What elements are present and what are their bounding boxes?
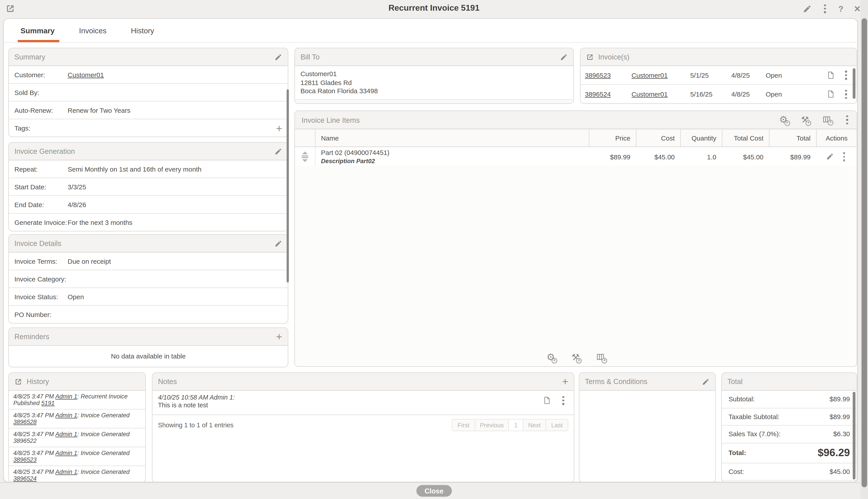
pagination-page-button[interactable]: 1 [509, 419, 523, 431]
add-column-icon[interactable] [822, 115, 831, 124]
kebab-menu-icon[interactable] [561, 395, 566, 406]
billing-address-line: Customer01 [301, 70, 568, 78]
tab-invoices[interactable]: Invoices [78, 19, 108, 42]
notes-showing-text: Showing 1 to 1 of 1 entries [158, 422, 234, 428]
kebab-menu-icon[interactable] [843, 89, 849, 100]
edit-pencil-icon[interactable] [275, 240, 282, 247]
open-external-icon[interactable] [14, 378, 22, 385]
drag-handle-icon[interactable] [302, 151, 308, 162]
line-item-description: Description Part02 [321, 158, 375, 164]
col-price[interactable]: Price [589, 129, 636, 147]
edit-pencil-icon[interactable] [803, 4, 812, 13]
close-button[interactable]: Close [416, 485, 452, 497]
history-ref-link[interactable]: 3896528 [13, 418, 37, 425]
total-card-scrollbar[interactable] [853, 392, 856, 479]
invoice-created-date: 4/8/25 [731, 90, 766, 98]
pagination-next-button[interactable]: Next [523, 419, 546, 431]
history-entry: 4/8/25 3:47 PM Admin 1: Invoice Generate… [9, 428, 145, 447]
kebab-menu-icon[interactable] [844, 114, 850, 125]
col-cost[interactable]: Cost [636, 129, 680, 147]
col-quantity[interactable]: Quantity [680, 129, 722, 147]
summary-row-tags: Tags: + [9, 119, 288, 137]
invoice-row: 3896523 Customer01 5/1/25 4/8/25 Open [581, 66, 857, 85]
history-user-link[interactable]: Admin 1 [55, 393, 77, 400]
close-icon[interactable]: ✕ [854, 3, 861, 14]
invoice-status: Open [766, 71, 799, 79]
help-icon[interactable]: ? [838, 4, 843, 13]
line-item-quantity: 1.0 [680, 153, 722, 161]
kebab-menu-icon[interactable] [843, 70, 849, 81]
tab-history[interactable]: History [130, 19, 155, 42]
add-tag-icon[interactable]: + [276, 123, 282, 134]
pagination-first-button[interactable]: First [452, 419, 475, 431]
kebab-menu-icon[interactable] [822, 3, 828, 14]
invoice-number-link[interactable]: 3896524 [585, 90, 611, 98]
edit-pencil-icon[interactable] [826, 153, 834, 161]
document-icon[interactable] [543, 396, 551, 405]
invoice-status: Open [766, 90, 799, 98]
edit-pencil-icon[interactable] [275, 53, 282, 61]
add-labor-tools-icon[interactable]: ⚒ [571, 353, 579, 362]
line-items-empty-area: ⚙ ⚒ [295, 166, 857, 366]
tab-summary[interactable]: Summary [20, 19, 56, 42]
history-ref-link[interactable]: 5191 [41, 400, 54, 406]
total-row-sales-tax: Sales Tax (7.0%): $6.30 [722, 426, 857, 443]
history-entry: 4/8/25 3:47 PM Admin 1: Invoice Generate… [9, 447, 145, 466]
pagination-previous-button[interactable]: Previous [474, 419, 509, 431]
invoice-line-items-card: Invoice Line Items ⚙ ⚒ Name Price Cost Q… [294, 111, 857, 367]
document-icon[interactable] [827, 71, 834, 80]
history-user-link[interactable]: Admin 1 [55, 468, 77, 475]
add-reminder-icon[interactable]: + [276, 331, 282, 342]
page-scrollbar-thumb[interactable] [861, 19, 867, 487]
page-scrollbar[interactable] [860, 0, 868, 499]
col-total[interactable]: Total [769, 129, 816, 147]
invoice-number-link[interactable]: 3896523 [585, 71, 611, 79]
main-panel: Summary Invoices History Summary Custome… [3, 19, 858, 482]
edit-pencil-icon[interactable] [560, 53, 568, 61]
billing-address: Customer01 12811 Glades Rd Boca Raton Fl… [295, 66, 573, 100]
invoice-customer-link[interactable]: Customer01 [632, 90, 668, 98]
bill-to-card: Bill To Customer01 12811 Glades Rd Boca … [294, 48, 574, 104]
total-card: Total Subtotal: $89.99 Taxable Subtotal:… [721, 373, 857, 482]
det-row-status: Invoice Status: Open [9, 288, 288, 306]
note-meta: 4/10/25 10:58 AM Admin 1: [158, 394, 568, 401]
gen-row-repeat: Repeat: Semi Monthly on 1st and 16th of … [9, 160, 288, 178]
pagination-last-button[interactable]: Last [546, 419, 568, 431]
edit-pencil-icon[interactable] [275, 147, 282, 155]
invoice-customer-link[interactable]: Customer01 [632, 71, 668, 79]
invoice-date: 5/1/25 [690, 71, 731, 79]
col-name[interactable]: Name [315, 129, 589, 147]
billing-address-line: 12811 Glades Rd [301, 78, 568, 87]
summary-row-customer: Customer: Customer01 [9, 66, 288, 84]
left-column-scrollbar[interactable] [287, 89, 289, 283]
add-part-gear-icon[interactable]: ⚙ [779, 115, 788, 125]
line-item-total: $89.99 [769, 153, 816, 161]
document-icon[interactable] [827, 90, 834, 99]
line-item-price: $89.99 [589, 153, 636, 161]
add-labor-tools-icon[interactable]: ⚒ [801, 115, 809, 124]
col-total-cost[interactable]: Total Cost [722, 129, 769, 147]
history-user-link[interactable]: Admin 1 [55, 412, 77, 418]
kebab-menu-icon[interactable] [841, 151, 847, 162]
add-column-icon[interactable] [596, 353, 605, 362]
invoices-card: Invoice(s) 3896523 Customer01 5/1/25 4/8… [580, 48, 857, 104]
history-title: History [27, 377, 140, 386]
line-items-title: Invoice Line Items [302, 115, 779, 124]
add-part-gear-icon[interactable]: ⚙ [546, 353, 555, 362]
terms-card: Terms & Conditions [579, 373, 716, 482]
billing-address-line: Boca Raton Florida 33498 [301, 87, 568, 96]
edit-pencil-icon[interactable] [702, 378, 710, 385]
open-external-icon[interactable] [586, 53, 594, 61]
total-row-taxable-subtotal: Taxable Subtotal: $89.99 [722, 408, 857, 426]
invoices-card-scrollbar[interactable] [853, 68, 856, 99]
total-row-grand-total: Total: $96.29 [722, 443, 857, 463]
add-note-icon[interactable]: + [562, 376, 568, 387]
reminders-title: Reminders [14, 332, 272, 341]
history-user-link[interactable]: Admin 1 [55, 431, 77, 437]
history-ref-link[interactable]: 3896524 [13, 475, 37, 482]
customer-link[interactable]: Customer01 [68, 71, 282, 78]
line-item-row: Part 02 (04900074451) Description Part02… [295, 147, 857, 167]
history-ref-link[interactable]: 3896523 [13, 456, 37, 463]
invoice-generation-card: Invoice Generation Repeat: Semi Monthly … [9, 142, 289, 232]
history-user-link[interactable]: Admin 1 [55, 450, 77, 456]
